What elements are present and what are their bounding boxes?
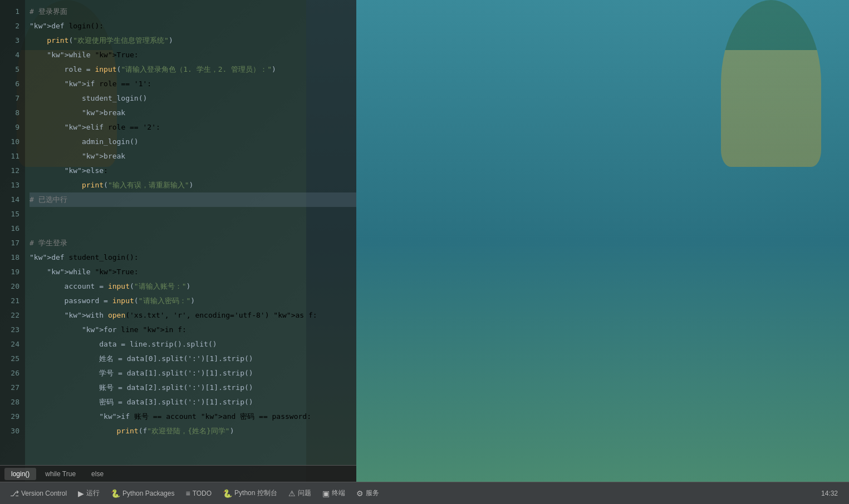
status-icon-0: ⎇: [10, 489, 19, 498]
status-label-2: Python Packages: [122, 490, 174, 497]
status-item-5[interactable]: ⚠问题: [283, 488, 317, 498]
code-editor: 1234567891011121314151617181920212223242…: [0, 0, 356, 482]
status-item-3[interactable]: ≡TODO: [180, 489, 217, 498]
status-icon-3: ≡: [185, 489, 190, 498]
editor-tab-0[interactable]: login(): [4, 468, 36, 480]
status-label-6: 终端: [332, 488, 345, 498]
editor-tabs: login()while Trueelse: [0, 465, 356, 482]
status-item-0[interactable]: ⎇Version Control: [4, 489, 72, 498]
status-item-2[interactable]: 🐍Python Packages: [105, 489, 180, 498]
status-label-3: TODO: [193, 490, 212, 497]
status-bar: ⎇Version Control▶运行🐍Python Packages≡TODO…: [0, 482, 849, 504]
editor-tab-2[interactable]: else: [85, 468, 110, 480]
code-lines[interactable]: # 登录界面"kw">def login(): print("欢迎使用学生信息管…: [25, 0, 356, 482]
status-icon-6: ▣: [322, 489, 330, 498]
code-content: 1234567891011121314151617181920212223242…: [0, 0, 356, 482]
status-item-4[interactable]: 🐍Python 控制台: [217, 488, 283, 498]
status-label-1: 运行: [86, 488, 100, 498]
editor-tab-1[interactable]: while True: [38, 468, 82, 480]
status-icon-1: ▶: [78, 489, 84, 498]
status-label-7: 服务: [366, 488, 379, 498]
line-numbers: 1234567891011121314151617181920212223242…: [0, 0, 25, 482]
status-label-0: Version Control: [21, 490, 67, 497]
status-item-7[interactable]: ⚙服务: [351, 488, 385, 498]
status-icon-2: 🐍: [111, 489, 120, 498]
status-icon-7: ⚙: [356, 489, 364, 498]
status-icon-5: ⚠: [288, 489, 296, 498]
status-label-4: Python 控制台: [234, 488, 277, 498]
status-icon-4: 🐍: [223, 489, 232, 498]
status-label-5: 问题: [298, 488, 311, 498]
clock: 14:32: [814, 490, 845, 497]
pineapple-right: [721, 0, 821, 167]
status-item-6[interactable]: ▣终端: [317, 488, 351, 498]
status-item-1[interactable]: ▶运行: [72, 488, 105, 498]
